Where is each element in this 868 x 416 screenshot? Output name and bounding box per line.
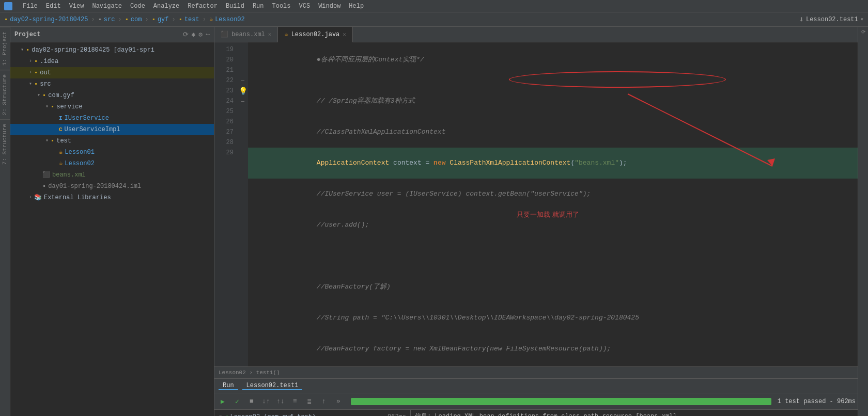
progress-bar-container (351, 398, 771, 405)
breadcrumb-gyf[interactable]: gyf (158, 16, 169, 23)
tree-beans-xml[interactable]: ⬛ beans.xml (10, 169, 214, 181)
tree-lesson02[interactable]: ☕ Lesson02 (10, 158, 214, 169)
menu-help[interactable]: Help (349, 3, 364, 10)
run-config-arrow[interactable]: ▾ (860, 15, 864, 23)
tab-lesson02-close[interactable]: ✕ (343, 31, 346, 38)
menu-build[interactable]: Build (226, 3, 244, 10)
menu-analyze[interactable]: Analyze (153, 3, 179, 10)
menu-edit[interactable]: Edit (46, 3, 61, 10)
menu-code[interactable]: Code (130, 3, 145, 10)
run-align-left-button[interactable]: ≡ (289, 395, 301, 408)
tab-beans-xml[interactable]: ⬛ beans.xml ✕ (214, 27, 278, 42)
project-toolbar-icon-1[interactable]: ⟳ (183, 30, 189, 39)
favorites-side-tab[interactable]: 7: Structure (0, 119, 10, 169)
breadcrumb-test-icon: ▪ (179, 16, 182, 23)
menu-file[interactable]: File (23, 3, 38, 10)
tree-test-label: test (56, 136, 71, 146)
menu-vcs[interactable]: VCS (299, 3, 311, 10)
code-24-text: //IUserService user = (IUserService) con… (301, 190, 591, 198)
tree-com-gyf[interactable]: ▾ ▪ com.gyf (10, 90, 214, 101)
chinese-note-annotation: 只要一加载 就调用了 (517, 210, 579, 220)
breadcrumb-src-label[interactable]: src (104, 16, 115, 23)
run-sort-down-button[interactable]: ↓↑ (260, 395, 272, 408)
code-line-19: ●各种不同应用层的Context实现*/ (248, 44, 858, 75)
interface-icon-iuserservice: I (59, 114, 63, 123)
run-check-button[interactable]: ✓ (231, 395, 243, 408)
run-sort-up-button[interactable]: ↑↓ (274, 395, 287, 408)
project-side-tab[interactable]: 1: Project (0, 27, 10, 70)
tree-idea[interactable]: › ▪ .idea (10, 56, 214, 67)
folder-icon-out: ▪ (34, 68, 38, 77)
folder-icon-comgyf: ▪ (42, 91, 46, 100)
gutter-fold-24[interactable]: — (238, 96, 248, 106)
run-more-button[interactable]: » (332, 395, 345, 408)
project-toolbar-icon-3[interactable]: ⚙ (198, 30, 203, 39)
breadcrumb-com[interactable]: com (131, 16, 142, 23)
code-29-text: //BeanFactory factory = new XmlBeanFacto… (301, 345, 611, 353)
tree-arrow-root: ▾ (19, 45, 26, 55)
tree-test[interactable]: ▾ ▪ test (10, 135, 214, 147)
run-stop-button[interactable]: ■ (245, 395, 258, 408)
breadcrumb-src[interactable]: ▪ (98, 16, 102, 23)
breadcrumb-project[interactable]: day02-spring-20180425 (10, 16, 88, 23)
code-23-appctx: ApplicationContext (317, 159, 389, 167)
tree-ext-libs[interactable]: › 📚 External Libraries (10, 192, 214, 203)
tree-iuserservice-label: IUserService (65, 114, 109, 123)
menu-view[interactable]: View (69, 3, 84, 10)
app-icon (4, 2, 12, 10)
structure-side-tab[interactable]: 2: Structure (0, 70, 10, 119)
tab-beans-close[interactable]: ✕ (268, 31, 272, 38)
java-tab-icon: ☕ (284, 30, 288, 38)
tree-root[interactable]: ▾ ▪ day02-spring-20180425 [day01-spri (10, 44, 214, 56)
tree-service[interactable]: ▾ ▪ service (10, 101, 214, 113)
run-config-label[interactable]: Lesson02.test1 (806, 16, 858, 23)
run-play-button[interactable]: ▶ (216, 395, 229, 408)
menu-window[interactable]: Window (318, 3, 340, 10)
tree-out[interactable]: › ▪ out (10, 67, 214, 78)
extlibs-icon: 📚 (34, 193, 42, 202)
menu-navigate[interactable]: Navigate (92, 3, 122, 10)
code-content[interactable]: ●各种不同应用层的Context实现*/ // /Spring容器加载有3种方式… (248, 42, 858, 366)
run-tab-run[interactable]: Run (219, 382, 238, 390)
tree-src[interactable]: ▾ ▪ src (10, 78, 214, 90)
gutter-20 (238, 55, 248, 65)
run-tab-test[interactable]: Lesson02.test1 (242, 382, 303, 390)
right-sidebar-icon-1[interactable]: ⟳ (860, 29, 866, 35)
code-line-28: //String path = "C:\\Users\\10301\\Deskt… (248, 302, 858, 333)
code-22-text: //ClassPathXmlApplicationContext (301, 128, 446, 136)
project-toolbar-icon-4[interactable]: ↔ (206, 30, 210, 39)
tree-userserviceimpl[interactable]: C UserServiceImpl (10, 124, 214, 135)
tree-iuserservice[interactable]: I IUserService (10, 113, 214, 124)
breadcrumb-test[interactable]: test (184, 16, 199, 23)
run-align-right-button[interactable]: ≣ (303, 395, 316, 408)
gutter-25 (238, 106, 248, 117)
iml-icon: ▪ (42, 182, 46, 191)
nav-down-icon[interactable]: ⬇ (799, 14, 804, 25)
code-23-close: ); (619, 159, 627, 167)
code-line-23: ApplicationContext context = new ClassPa… (248, 148, 858, 179)
code-area[interactable]: 19 20 21 22 23 24 25 26 27 28 29 — (214, 42, 858, 366)
line-num-24: 24 (214, 96, 234, 106)
main-layout: 1: Project 2: Structure 7: Structure Pro… (0, 27, 868, 416)
code-23-indent (301, 159, 317, 167)
tab-lesson02-java[interactable]: ☕ Lesson02.java ✕ (278, 27, 352, 42)
run-tree-class-label: Lesson02 (com.gyf.test) (230, 413, 316, 417)
gutter-bulb-23[interactable]: 💡 (238, 86, 248, 96)
xml-tab-icon: ⬛ (221, 30, 228, 38)
tree-lesson01[interactable]: ☕ Lesson01 (10, 147, 214, 158)
folder-icon-src: ▪ (34, 79, 38, 89)
editor-area: ⬛ beans.xml ✕ ☕ Lesson02.java ✕ 19 20 21… (214, 27, 858, 378)
run-tree-lesson02[interactable]: ▾ ✓ Lesson02 (com.gyf.test) 962ms (216, 412, 408, 416)
gutter-fold-22[interactable]: — (238, 75, 248, 86)
breadcrumb-lesson02[interactable]: Lesson02 (215, 16, 245, 23)
menu-refactor[interactable]: Refactor (188, 3, 218, 10)
tree-service-label: service (56, 102, 82, 111)
tree-iml[interactable]: ▪ day01-spring-20180424.iml (10, 181, 214, 192)
run-up-button[interactable]: ↑ (318, 395, 330, 408)
bulb-icon-23[interactable]: 💡 (239, 87, 247, 95)
menu-tools[interactable]: Tools (272, 3, 291, 10)
menu-run[interactable]: Run (253, 3, 264, 10)
project-toolbar-icon-2[interactable]: ✱ (192, 30, 196, 39)
tree-arrow-comgyf: ▾ (35, 91, 42, 100)
tree-arrow-test: ▾ (43, 136, 51, 146)
